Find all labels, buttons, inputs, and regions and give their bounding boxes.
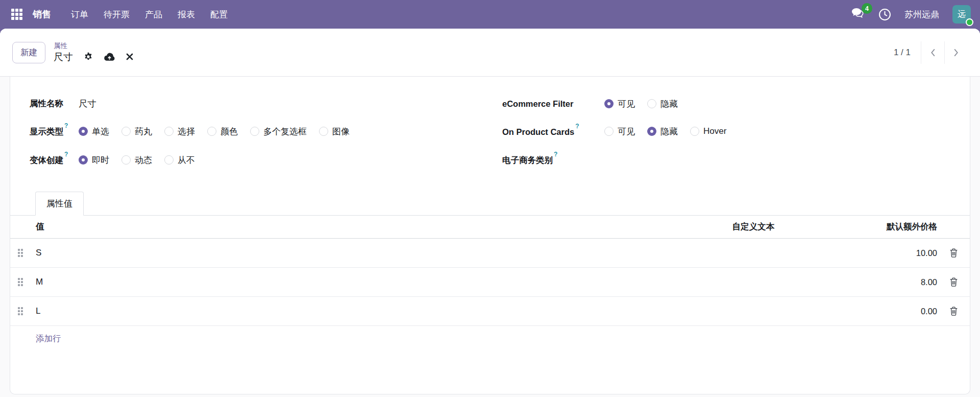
extra-price-cell[interactable]: 0.00 — [830, 307, 937, 316]
radio-unselected-icon[interactable] — [690, 127, 699, 136]
radio-option-label: 可见 — [618, 98, 635, 110]
trash-icon[interactable] — [949, 248, 958, 258]
radio-option-label: 可见 — [618, 126, 635, 137]
radio-option[interactable]: Hover — [690, 126, 726, 136]
delete-row-button[interactable] — [937, 248, 970, 258]
value-cell[interactable]: L — [31, 306, 677, 316]
radio-option-label: 颜色 — [220, 126, 238, 137]
delete-row-button[interactable] — [937, 307, 970, 316]
attribute-name-input[interactable] — [79, 99, 211, 109]
app-name-menu[interactable]: 销售 — [33, 8, 51, 20]
radio-selected-icon[interactable] — [79, 155, 88, 165]
radio-option[interactable]: 药丸 — [121, 126, 152, 137]
add-row-link[interactable]: 添加行 — [36, 333, 61, 344]
top-navbar: 销售 订单待开票产品报表配置 4 苏州远鼎 远 — [0, 0, 980, 29]
variants-creation-radio-group: 即时动态从不 — [79, 154, 207, 166]
menu-item[interactable]: 产品 — [137, 4, 170, 25]
header-custom-text: 自定义文本 — [677, 221, 830, 232]
radio-option-label: 从不 — [178, 154, 195, 166]
table-body: S10.00M8.00L0.00 — [10, 239, 970, 326]
company-menu[interactable]: 苏州远鼎 — [904, 9, 939, 20]
trash-icon[interactable] — [949, 307, 958, 316]
radio-unselected-icon[interactable] — [647, 99, 656, 108]
ecommerce-category-input[interactable] — [604, 155, 737, 166]
pager-previous-icon — [930, 48, 936, 57]
attribute-value-row: M8.00 — [10, 268, 970, 297]
drag-handle-icon[interactable] — [18, 307, 23, 315]
radio-option[interactable]: 可见 — [604, 126, 635, 137]
ecommerce-filter-label: eCommerce Filter — [502, 99, 604, 109]
radio-unselected-icon[interactable] — [164, 155, 174, 165]
field-ecommerce-filter: eCommerce Filter 可见隐藏 — [502, 90, 950, 118]
save-cloud-icon[interactable] — [104, 53, 115, 61]
extra-price-cell[interactable]: 8.00 — [830, 277, 937, 287]
breadcrumb-parent-link[interactable]: 属性 — [54, 42, 133, 51]
settings-gear-icon[interactable] — [84, 52, 93, 61]
field-display-type: 显示类型? 单选药丸选择颜色多个复选框图像 — [30, 118, 490, 145]
attribute-value-row: L0.00 — [10, 297, 970, 326]
radio-option[interactable]: 即时 — [79, 154, 109, 166]
form-fields: 属性名称 显示类型? 单选药丸选择颜色多个复选框图像 变体创建? 即时动态从不 … — [10, 77, 970, 175]
radio-option[interactable]: 单选 — [79, 126, 109, 137]
radio-unselected-icon[interactable] — [319, 127, 328, 136]
radio-option[interactable]: 隐藏 — [647, 126, 678, 137]
radio-option[interactable]: 多个复选框 — [250, 126, 307, 137]
help-icon[interactable]: ? — [64, 151, 68, 158]
radio-selected-icon[interactable] — [604, 99, 614, 108]
radio-option-label: 选择 — [178, 126, 195, 137]
value-cell[interactable]: M — [31, 277, 677, 287]
drag-handle-icon[interactable] — [18, 249, 23, 257]
radio-option[interactable]: 动态 — [121, 154, 152, 166]
messages-button[interactable]: 4 — [851, 8, 865, 21]
help-icon[interactable]: ? — [575, 123, 579, 130]
breadcrumb-current: 尺寸 — [54, 51, 73, 63]
menu-item[interactable]: 待开票 — [96, 4, 137, 25]
drag-handle-icon[interactable] — [18, 278, 23, 286]
radio-unselected-icon[interactable] — [250, 127, 259, 136]
apps-grid-icon[interactable] — [11, 9, 22, 20]
messages-icon — [851, 13, 865, 21]
help-icon[interactable]: ? — [64, 122, 68, 129]
radio-unselected-icon[interactable] — [121, 155, 131, 165]
value-cell[interactable]: S — [31, 248, 677, 258]
drag-handle[interactable] — [10, 239, 31, 267]
radio-option[interactable]: 可见 — [604, 98, 635, 110]
header-value: 值 — [31, 221, 677, 232]
action-panel: 新建 属性 尺寸 — [0, 29, 980, 397]
drag-handle[interactable] — [10, 268, 31, 296]
radio-unselected-icon[interactable] — [121, 127, 131, 136]
radio-unselected-icon[interactable] — [604, 127, 614, 136]
delete-row-button[interactable] — [937, 277, 970, 287]
radio-option[interactable]: 颜色 — [207, 126, 238, 137]
user-avatar[interactable]: 远 — [952, 5, 971, 24]
pager-previous-button[interactable] — [921, 41, 944, 64]
radio-option[interactable]: 隐藏 — [647, 98, 678, 110]
help-icon[interactable]: ? — [554, 151, 557, 158]
drag-handle[interactable] — [10, 297, 31, 325]
radio-option[interactable]: 选择 — [164, 126, 195, 137]
pager-value[interactable]: 1 / 1 — [884, 48, 921, 58]
radio-selected-icon[interactable] — [79, 127, 88, 136]
attribute-value-row: S10.00 — [10, 239, 970, 268]
radio-selected-icon[interactable] — [647, 127, 656, 136]
field-attribute-name: 属性名称 — [30, 90, 490, 118]
menu-item[interactable]: 配置 — [203, 4, 235, 25]
discard-x-icon[interactable] — [126, 53, 133, 60]
radio-unselected-icon[interactable] — [164, 127, 174, 136]
pager-next-icon — [953, 48, 959, 57]
pager-next-button[interactable] — [944, 41, 968, 64]
menu-item[interactable]: 报表 — [170, 4, 203, 25]
extra-price-cell[interactable]: 10.00 — [830, 248, 937, 258]
radio-option[interactable]: 图像 — [319, 126, 350, 137]
new-button[interactable]: 新建 — [12, 42, 45, 63]
form-sheet: 属性名称 显示类型? 单选药丸选择颜色多个复选框图像 变体创建? 即时动态从不 … — [10, 77, 970, 394]
menu-item[interactable]: 订单 — [63, 4, 96, 25]
tab-attribute-values[interactable]: 属性值 — [35, 192, 84, 216]
radio-unselected-icon[interactable] — [207, 127, 216, 136]
on-product-cards-radio-group: 可见隐藏Hover — [604, 126, 739, 137]
trash-icon[interactable] — [949, 277, 958, 287]
radio-option-label: 单选 — [92, 126, 109, 137]
radio-option[interactable]: 从不 — [164, 154, 195, 166]
notebook: 属性值 值 自定义文本 默认额外价格 S10.00M8.00L0.00 添加行 — [10, 192, 970, 351]
activity-clock-icon[interactable] — [878, 8, 891, 21]
